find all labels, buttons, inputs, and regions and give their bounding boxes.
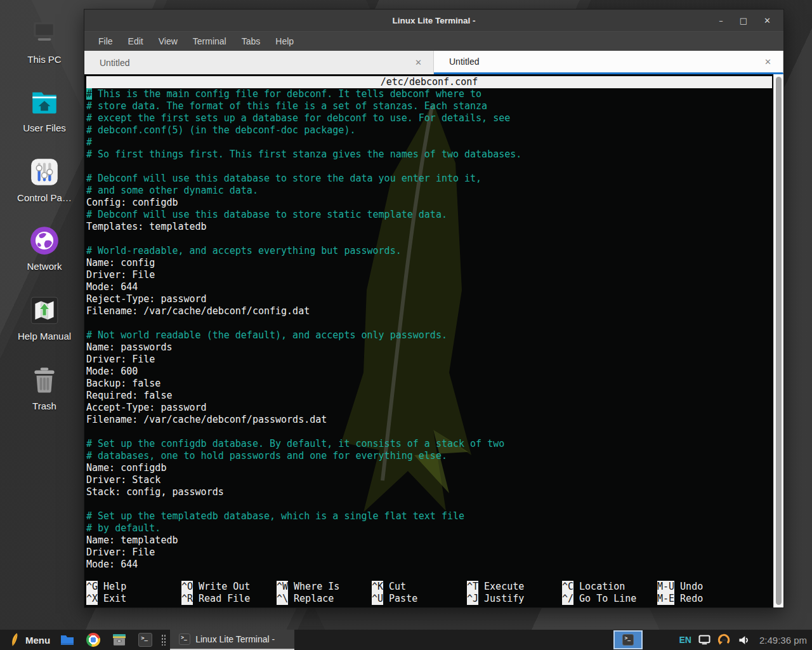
nano-line: # This is the main config file for debco… (86, 88, 773, 100)
shortcut-read-file: ^RRead File (181, 593, 277, 605)
desktop-icon-label: Trash (32, 401, 56, 411)
nano-line: # databases, one to hold passwords and o… (86, 450, 773, 462)
tab-label: Untitled (449, 56, 764, 67)
nano-line: # Not world readable (the default), and … (86, 329, 773, 342)
nano-line: # Set up the templatedb database, which … (86, 510, 773, 522)
desktop-icon-network-globe[interactable]: Network (0, 225, 89, 272)
shortcut-label: Where Is (294, 581, 339, 593)
tab-close-icon[interactable]: ✕ (415, 58, 422, 67)
shortcut-key: M-U (657, 581, 674, 593)
nano-line: Templates: templatedb (86, 221, 773, 233)
trash-icon (29, 364, 60, 396)
shortcut-write-out: ^OWrite Out (181, 581, 277, 593)
desktop-icon-trash[interactable]: Trash (0, 364, 89, 411)
nano-line: # and some other dynamic data. (86, 185, 773, 197)
shortcut-key: ^J (467, 593, 478, 605)
nano-line: # debconf.conf(5) (in the debconf-doc pa… (86, 124, 773, 136)
shortcut-label: Paste (389, 593, 417, 605)
linuxlite-logo-icon[interactable] (10, 632, 22, 648)
clock[interactable]: 2:49:36 pm (759, 635, 807, 646)
folder-blue-launcher-icon[interactable] (59, 632, 75, 648)
active-window-indicator[interactable]: >_ (613, 630, 643, 649)
keyboard-layout-indicator[interactable]: EN (679, 635, 691, 645)
nano-editor[interactable]: GNU nano 7.2 /etc/debconf.conf # This is… (84, 74, 773, 607)
terminal-launcher-icon[interactable]: >_ (137, 632, 154, 648)
nano-line: Mode: 644 (86, 281, 773, 293)
terminal-tab-1[interactable]: Untitled✕ (84, 51, 434, 74)
close-button[interactable]: ✕ (764, 17, 771, 25)
minimize-button[interactable]: – (719, 17, 723, 25)
volume-icon[interactable] (738, 635, 750, 646)
shortcut-key: ^R (181, 593, 193, 605)
nano-line: # (86, 136, 773, 149)
window-controls: –□✕ (719, 17, 783, 25)
chrome-launcher-icon[interactable] (85, 632, 102, 648)
nano-line (86, 161, 773, 173)
shortcut-replace: ^\Replace (277, 593, 372, 605)
nano-line (86, 233, 773, 245)
menu-button[interactable]: Menu (25, 635, 50, 646)
window-title: Linux Lite Terminal - (84, 16, 783, 25)
nano-titlebar: GNU nano 7.2 /etc/debconf.conf (86, 76, 772, 88)
shortcut-key: ^U (372, 593, 383, 605)
shortcut-label: Undo (680, 581, 703, 593)
launcher-handle[interactable] (161, 634, 166, 646)
nano-line: Driver: File (86, 354, 773, 366)
shortcut-key: ^G (86, 581, 98, 593)
nano-line: Driver: File (86, 547, 773, 559)
terminal-icon: >_ (179, 633, 190, 645)
terminal-scrollbar[interactable] (773, 74, 783, 607)
menu-tabs[interactable]: Tabs (234, 32, 268, 51)
desktop-icon-label: Network (27, 261, 62, 272)
nano-line: Name: configdb (86, 462, 773, 474)
shortcut-exit: ^XExit (86, 593, 181, 605)
shortcut-label: Location (579, 581, 625, 593)
menu-terminal[interactable]: Terminal (185, 32, 234, 51)
desktop-icon-label: This PC (27, 54, 61, 65)
desktop-icon-computer[interactable]: This PC (0, 18, 89, 65)
shortcut-help: ^GHelp (86, 581, 181, 593)
shortcut-label: Go To Line (579, 593, 636, 605)
menu-file[interactable]: File (91, 32, 121, 51)
shortcut-key: ^/ (562, 593, 573, 605)
shortcut-key: ^T (467, 581, 478, 593)
menu-view[interactable]: View (151, 32, 185, 51)
desktop-icon-label: User Files (23, 123, 66, 133)
terminal-tab-2[interactable]: Untitled✕ (434, 51, 783, 74)
nano-buffer[interactable]: # This is the main config file for debco… (86, 88, 773, 571)
nano-line: Backup: false (86, 378, 773, 390)
nano-line (86, 426, 773, 438)
shortcut-label: Write Out (199, 581, 250, 593)
taskbar-window-label: Linux Lite Terminal - (195, 634, 275, 644)
shortcut-label: Redo (680, 593, 703, 605)
menu-help[interactable]: Help (268, 32, 301, 51)
nano-cursor: # (86, 88, 92, 100)
desktop-icon-help-manual[interactable]: Help Manual (0, 295, 89, 342)
nano-line: Config: configdb (86, 197, 773, 209)
desktop-icon-control-panel[interactable]: Control Pa… (0, 156, 89, 203)
nano-file-path: /etc/debconf.conf (86, 76, 772, 88)
maximize-button[interactable]: □ (740, 17, 747, 25)
display-icon[interactable] (698, 635, 710, 645)
shortcut-label: Execute (484, 581, 524, 593)
shortcut-label: Cut (389, 581, 406, 593)
control-panel-icon (29, 156, 60, 188)
network-globe-icon (29, 225, 60, 256)
desktop-icon-label: Control Pa… (17, 192, 72, 203)
scrollbar-thumb[interactable] (776, 77, 782, 605)
nano-line: Name: config (86, 257, 773, 269)
nano-line: Filename: /var/cache/debconf/config.dat (86, 305, 773, 317)
nano-line: Mode: 600 (86, 366, 773, 378)
quick-launchers: >_ (59, 632, 154, 648)
archive-launcher-icon[interactable] (111, 632, 128, 648)
shortcut-key: ^X (86, 593, 98, 605)
tab-close-icon[interactable]: ✕ (764, 57, 771, 67)
terminal-area[interactable]: GNU nano 7.2 /etc/debconf.conf # This is… (84, 74, 783, 607)
desktop-icon-folder-home[interactable]: User Files (0, 86, 89, 133)
menu-edit[interactable]: Edit (121, 32, 151, 51)
shortcut-key: ^W (277, 581, 288, 593)
taskbar-window-button[interactable]: >_ Linux Lite Terminal - (170, 630, 294, 650)
update-notifier-icon[interactable] (717, 633, 731, 647)
computer-icon (29, 18, 60, 50)
window-titlebar[interactable]: Linux Lite Terminal - –□✕ (84, 10, 783, 31)
